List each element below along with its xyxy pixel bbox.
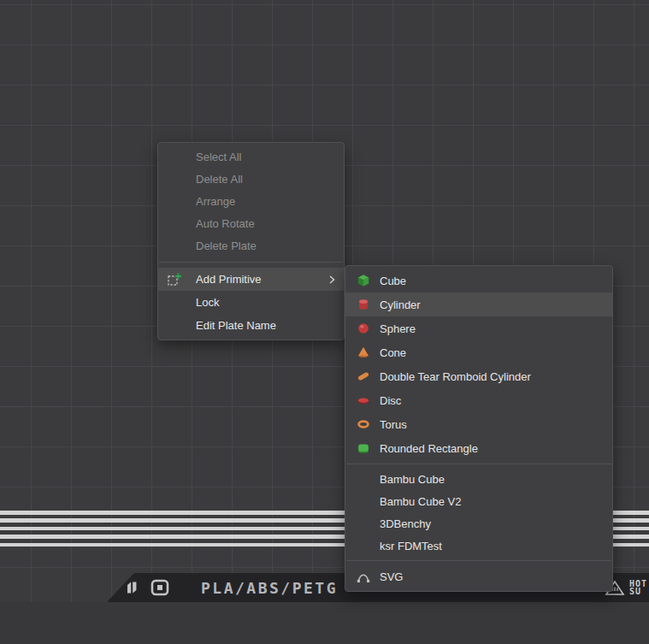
submenu-separator xyxy=(346,560,611,561)
submenu-item-cylinder[interactable]: Cylinder xyxy=(345,292,612,316)
menu-item-select-all: Select All xyxy=(158,145,344,168)
disc-icon xyxy=(357,393,370,407)
hot-surface-text: HOT SU xyxy=(629,580,647,595)
submenu-item-cone[interactable]: Cone xyxy=(345,340,612,364)
menu-item-label: Add Primitive xyxy=(196,273,262,286)
menu-item-delete-plate: Delete Plate xyxy=(158,234,344,257)
menu-item-label: Delete Plate xyxy=(196,239,257,252)
menu-separator xyxy=(159,262,343,263)
submenu-item-label: Bambu Cube V2 xyxy=(380,495,461,508)
cylinder-icon xyxy=(357,298,370,311)
submenu-item-svg[interactable]: SVG xyxy=(345,564,612,588)
submenu-item-disc[interactable]: Disc xyxy=(345,388,612,412)
submenu-item-rounded-rectangle[interactable]: Rounded Rectangle xyxy=(345,436,612,460)
studio-app-logo-icon xyxy=(150,579,170,596)
submenu-item-ksr-fdmtest[interactable]: ksr FDMTest xyxy=(345,535,612,557)
submenu-item-sphere[interactable]: Sphere xyxy=(345,316,612,340)
submenu-item-label: Cube xyxy=(380,275,406,287)
stripe xyxy=(0,518,370,523)
add-primitive-icon xyxy=(167,272,182,287)
double-tear-romboid-cylinder-icon xyxy=(357,369,370,383)
menu-item-label: Arrange xyxy=(196,195,235,208)
submenu-item-label: 3DBenchy xyxy=(380,517,431,530)
submenu-item-label: ksr FDMTest xyxy=(380,540,442,552)
submenu-item-label: Disc xyxy=(380,394,401,407)
bambu-logo-icon xyxy=(124,580,143,595)
submenu-item-3dbenchy[interactable]: 3DBenchy xyxy=(345,512,612,535)
menu-item-auto-rotate: Auto Rotate xyxy=(158,212,344,234)
submenu-item-label: Cone xyxy=(380,346,406,359)
submenu-separator xyxy=(346,464,611,464)
submenu-item-label: SVG xyxy=(380,570,403,583)
menu-item-label: Auto Rotate xyxy=(196,217,255,230)
stripe xyxy=(0,535,370,539)
stripe xyxy=(0,527,370,531)
add-primitive-submenu: Cube Cylinder Sphere xyxy=(345,265,613,592)
submenu-item-label: Sphere xyxy=(380,322,416,335)
menu-item-delete-all: Delete All xyxy=(158,168,344,190)
submenu-item-cube[interactable]: Cube xyxy=(345,269,612,292)
menu-item-add-primitive[interactable]: Add Primitive xyxy=(158,268,344,291)
plate-material-label: PLA/ABS/PETG xyxy=(201,579,338,597)
submenu-item-torus[interactable]: Torus xyxy=(345,412,612,436)
stripe xyxy=(0,511,370,515)
menu-item-label: Select All xyxy=(196,151,241,163)
torus-icon xyxy=(357,417,370,431)
menu-item-edit-plate-name[interactable]: Edit Plate Name xyxy=(158,314,344,337)
submenu-item-label: Double Tear Romboid Cylinder xyxy=(380,370,531,383)
plate-marking-stripes-left xyxy=(0,511,370,547)
cube-icon xyxy=(357,274,370,287)
submenu-item-label: Torus xyxy=(380,418,407,431)
submenu-item-label: Cylinder xyxy=(380,298,421,311)
svg-curve-icon xyxy=(357,570,370,583)
menu-item-label: Edit Plate Name xyxy=(196,319,276,332)
submenu-item-label: Bambu Cube xyxy=(380,473,445,486)
sphere-icon xyxy=(357,322,370,335)
menu-item-lock[interactable]: Lock xyxy=(158,291,344,314)
submenu-item-bambu-cube-v2[interactable]: Bambu Cube V2 xyxy=(345,490,612,512)
menu-item-label: Delete All xyxy=(196,173,243,186)
menu-item-label: Lock xyxy=(196,296,219,309)
stripe xyxy=(0,543,370,547)
cone-icon xyxy=(357,346,370,359)
rounded-rectangle-icon xyxy=(357,441,370,455)
menu-item-arrange: Arrange xyxy=(158,190,344,212)
area-below-plate xyxy=(0,602,649,644)
submenu-item-label: Rounded Rectangle xyxy=(380,442,478,455)
submenu-item-double-tear-romboid-cylinder[interactable]: Double Tear Romboid Cylinder xyxy=(345,364,612,388)
submenu-item-bambu-cube[interactable]: Bambu Cube xyxy=(345,468,612,490)
application-window: PLA/ABS/PETG HOT SU Select All Delete Al… xyxy=(0,0,649,644)
submenu-chevron-icon xyxy=(328,275,335,285)
plate-context-menu: Select All Delete All Arrange Auto Rotat… xyxy=(157,142,345,340)
